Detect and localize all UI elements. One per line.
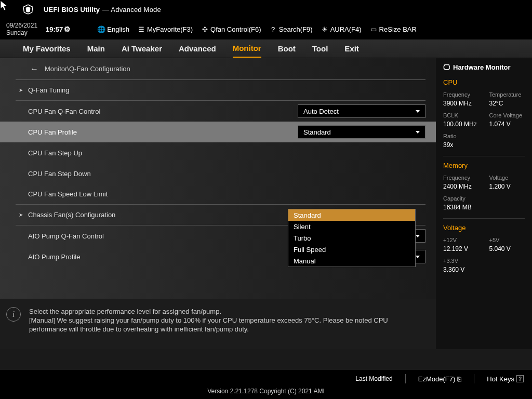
mem-capacity-value: 16384 MB (443, 204, 525, 211)
cpu-section-title: CPU (443, 78, 525, 86)
date-block: 09/26/2021 Sunday (6, 22, 37, 36)
star-icon: ☰ (138, 25, 145, 33)
item-cpu-step-up[interactable]: CPU Fan Step Up (16, 142, 425, 163)
cpu-fan-profile-dropdown[interactable]: Standard (298, 125, 425, 139)
main-panel: ← Monitor\Q-Fan Configuration ➤ Q-Fan Tu… (0, 58, 436, 349)
tab-ai-tweaker[interactable]: Ai Tweaker (122, 40, 162, 57)
search-button[interactable]: ?Search(F9) (270, 25, 313, 33)
tab-my-favorites[interactable]: My Favorites (23, 40, 71, 57)
breadcrumb: Monitor\Q-Fan Configuration (45, 65, 130, 73)
help-line2: [Manual] We suggest raising your fan/pum… (29, 316, 425, 334)
aura-button[interactable]: ☀AURA(F4) (321, 25, 362, 33)
tab-bar: My Favorites Main Ai Tweaker Advanced Mo… (0, 39, 532, 58)
tab-main[interactable]: Main (87, 40, 105, 57)
mem-freq-value: 2400 MHz (443, 183, 479, 190)
memory-section-title: Memory (443, 162, 525, 169)
back-arrow-icon[interactable]: ← (30, 64, 38, 74)
tuf-logo-icon (22, 3, 34, 16)
globe-icon: 🌐 (98, 25, 105, 33)
caret-down-icon (416, 131, 420, 134)
search-icon: ? (270, 25, 277, 33)
last-modified-button[interactable]: Last Modified (355, 375, 392, 382)
ratio-label: Ratio (443, 133, 525, 139)
resize-icon: ▭ (370, 25, 377, 33)
v12-label: +12V (443, 237, 479, 243)
option-full-speed[interactable]: Full Speed (288, 244, 415, 255)
mem-voltage-value: 1.200 V (489, 183, 525, 190)
bclk-label: BCLK (443, 112, 479, 118)
language-selector[interactable]: 🌐English (98, 25, 129, 33)
cpu-temp-value: 32°C (489, 100, 525, 107)
cpu-qfan-control-dropdown[interactable]: Auto Detect (298, 104, 425, 118)
header: UEFI BIOS Utility — Advanced Mode 09/26/… (0, 0, 532, 39)
cpu-freq-value: 3900 MHz (443, 100, 479, 107)
item-cpu-step-down[interactable]: CPU Fan Step Down (16, 163, 425, 184)
bios-title: UEFI BIOS Utility — Advanced Mode (44, 4, 161, 15)
cpu-temp-label: Temperature (489, 91, 525, 98)
monitor-icon: 🖵 (443, 63, 450, 71)
item-cpu-fan-profile[interactable]: CPU Fan Profile Standard (0, 122, 436, 142)
footer: Last Modified EzMode(F7)⎘ Hot Keys? Vers… (0, 370, 532, 399)
tab-monitor[interactable]: Monitor (233, 39, 261, 58)
hardware-monitor-sidebar: 🖵Hardware Monitor CPU Frequency3900 MHz … (436, 58, 532, 349)
tab-boot[interactable]: Boot (278, 40, 296, 57)
item-cpu-speed-low[interactable]: CPU Fan Speed Low Limit (16, 184, 425, 205)
tab-advanced[interactable]: Advanced (179, 40, 216, 57)
v12-value: 12.192 V (443, 245, 479, 252)
v5-label: +5V (489, 237, 525, 243)
v33-label: +3.3V (443, 258, 525, 264)
help-line1: Select the appropriate performance level… (29, 307, 425, 316)
fan-icon: ✣ (201, 25, 208, 33)
caret-down-icon (416, 256, 420, 258)
submenu-arrow-icon: ➤ (19, 87, 23, 93)
aura-icon: ☀ (321, 25, 328, 33)
bclk-value: 100.00 MHz (443, 121, 479, 128)
ezmode-button[interactable]: EzMode(F7)⎘ (418, 375, 462, 383)
resizebar-button[interactable]: ▭ReSize BAR (370, 25, 417, 33)
question-icon: ? (516, 375, 524, 382)
tab-tool[interactable]: Tool (312, 40, 328, 57)
info-icon: i (6, 307, 21, 322)
qfan-button[interactable]: ✣Qfan Control(F6) (201, 25, 261, 33)
item-qfan-tuning[interactable]: ➤ Q-Fan Tuning (16, 80, 425, 101)
option-standard[interactable]: Standard (288, 209, 415, 221)
submenu-arrow-icon: ➤ (19, 212, 23, 218)
mem-voltage-label: Voltage (489, 175, 525, 181)
ratio-value: 39x (443, 141, 525, 149)
mem-capacity-label: Capacity (443, 195, 525, 202)
caret-down-icon (416, 110, 420, 113)
gear-icon: ⚙ (64, 25, 71, 33)
cpu-freq-label: Frequency (443, 91, 479, 98)
option-turbo[interactable]: Turbo (288, 232, 415, 244)
v5-value: 5.040 V (489, 245, 525, 252)
core-voltage-value: 1.074 V (489, 121, 525, 128)
exit-icon: ⎘ (457, 375, 461, 383)
option-silent[interactable]: Silent (288, 221, 415, 232)
version-text: Version 2.21.1278 Copyright (C) 2021 AMI (0, 388, 532, 398)
hotkeys-button[interactable]: Hot Keys? (487, 375, 524, 383)
cpu-fan-profile-menu: Standard Silent Turbo Full Speed Manual (288, 209, 416, 267)
myfavorite-button[interactable]: ☰MyFavorite(F3) (138, 25, 193, 33)
clock[interactable]: 19:57⚙ (46, 25, 71, 33)
help-panel: i Select the appropriate performance lev… (0, 299, 436, 349)
mem-freq-label: Frequency (443, 175, 479, 181)
voltage-section-title: Voltage (443, 224, 525, 232)
tab-exit[interactable]: Exit (344, 40, 359, 57)
caret-down-icon (416, 235, 420, 237)
v33-value: 3.360 V (443, 266, 525, 273)
option-manual[interactable]: Manual (288, 255, 415, 267)
core-voltage-label: Core Voltage (489, 112, 525, 118)
item-cpu-qfan-control[interactable]: CPU Fan Q-Fan Control Auto Detect (16, 101, 425, 122)
